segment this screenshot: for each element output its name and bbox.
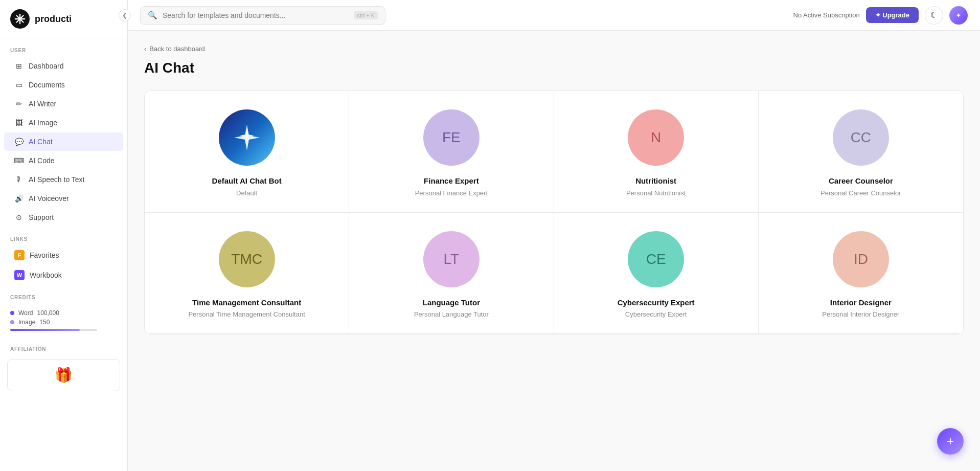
word-credit-value: 100,000 (37, 309, 59, 317)
topbar-right: No Active Subscription ✦ Upgrade ☾ ✦ (793, 6, 968, 25)
word-credit-row: Word 100,000 (10, 309, 117, 317)
card-default-bot[interactable]: Default AI Chat Bot Default (145, 91, 349, 213)
link-label: Workbook (30, 271, 62, 279)
sidebar-logo: producti (0, 0, 127, 38)
sidebar-item-label: AI Voiceover (29, 194, 69, 203)
app-logo-icon (10, 9, 30, 29)
sidebar-collapse-button[interactable]: ❮ (119, 9, 131, 21)
card-name-time-management: Time Management Consultant (192, 298, 301, 308)
card-finance-expert[interactable]: FE Finance Expert Personal Finance Exper… (349, 91, 554, 213)
credits-section-label: CREDITS (0, 285, 127, 303)
card-desc-time-management: Personal Time Management Consultant (188, 310, 305, 318)
image-credit-row: Image 150 (10, 319, 117, 326)
word-credit-dot (10, 311, 14, 315)
card-name-nutritionist: Nutritionist (635, 176, 676, 186)
sidebar-item-label: AI Image (29, 119, 57, 127)
card-avatar-time-management: TMC (219, 231, 275, 287)
cards-grid: Default AI Chat Bot Default FE Finance E… (144, 91, 964, 334)
profile-icon: ✦ (955, 11, 962, 19)
fab-button[interactable]: + (937, 428, 964, 455)
ai-voiceover-icon: 🔊 (14, 194, 24, 203)
ai-writer-icon: ✏ (14, 99, 24, 108)
credit-bar (10, 329, 80, 331)
credit-bar-container (10, 329, 97, 331)
word-credit-label: Word (18, 309, 33, 317)
sidebar-item-support[interactable]: ⊙ Support (4, 208, 123, 227)
image-credit-value: 150 (39, 319, 50, 326)
profile-button[interactable]: ✦ (949, 6, 968, 25)
sidebar-item-ai-writer[interactable]: ✏ AI Writer (4, 95, 123, 113)
sidebar-item-ai-speech[interactable]: 🎙 AI Speech to Text (4, 170, 123, 189)
affiliation-card: 🎁 (7, 359, 120, 391)
card-avatar-career-counselor: CC (833, 109, 889, 166)
sidebar-item-label: AI Speech to Text (29, 175, 84, 184)
favorites-badge: F (14, 250, 25, 260)
card-desc-finance-expert: Personal Finance Expert (415, 189, 488, 197)
back-chevron-icon: ‹ (144, 45, 146, 53)
documents-icon: ▭ (14, 80, 24, 89)
ai-chat-icon: 💬 (14, 137, 24, 146)
card-cybersecurity-expert[interactable]: CE Cybersecurity Expert Cybersecurity Ex… (554, 213, 759, 334)
back-link[interactable]: ‹ Back to dashboard (144, 45, 964, 53)
sidebar-item-label: AI Writer (29, 100, 56, 108)
plus-icon: + (947, 434, 954, 448)
links-section-label: LINKS (0, 227, 127, 245)
card-desc-cybersecurity-expert: Cybersecurity Expert (625, 310, 687, 318)
card-name-cybersecurity-expert: Cybersecurity Expert (618, 298, 695, 308)
ai-speech-icon: 🎙 (14, 175, 24, 184)
sidebar-nav: ⊞ Dashboard ▭ Documents ✏ AI Writer 🖼 AI… (0, 56, 127, 227)
theme-toggle-button[interactable]: ☾ (925, 6, 943, 25)
sidebar-item-ai-chat[interactable]: 💬 AI Chat (4, 132, 123, 151)
card-desc-default-bot: Default (236, 189, 257, 197)
sidebar: producti USER ⊞ Dashboard ▭ Documents ✏ … (0, 0, 128, 471)
card-avatar-interior-designer: ID (833, 231, 889, 287)
sidebar-item-ai-image[interactable]: 🖼 AI Image (4, 114, 123, 132)
sidebar-item-ai-code[interactable]: ⌨ AI Code (4, 151, 123, 170)
ai-image-icon: 🖼 (14, 118, 24, 127)
card-avatar-cybersecurity-expert: CE (628, 231, 684, 287)
sidebar-item-label: AI Code (29, 156, 55, 165)
topbar: 🔍 ctrl + K No Active Subscription ✦ Upgr… (128, 0, 980, 31)
card-desc-nutritionist: Personal Nutritionist (626, 189, 686, 197)
card-nutritionist[interactable]: N Nutritionist Personal Nutritionist (554, 91, 759, 213)
search-icon: 🔍 (148, 11, 157, 20)
affiliation-icon: 🎁 (55, 367, 73, 384)
image-credit-label: Image (18, 319, 35, 326)
search-input[interactable] (163, 11, 349, 19)
moon-icon: ☾ (930, 10, 938, 20)
card-name-interior-designer: Interior Designer (830, 298, 892, 308)
sidebar-links: F Favorites W Workbook (0, 245, 127, 285)
subscription-status: No Active Subscription (793, 11, 860, 19)
card-avatar-language-tutor: LT (423, 231, 480, 287)
ai-code-icon: ⌨ (14, 156, 24, 165)
sidebar-item-dashboard[interactable]: ⊞ Dashboard (4, 57, 123, 75)
card-desc-interior-designer: Personal Interior Designer (822, 310, 899, 318)
card-avatar-default-bot (219, 109, 275, 166)
workbook-badge: W (14, 270, 25, 280)
upgrade-button[interactable]: ✦ Upgrade (866, 7, 919, 23)
card-career-counselor[interactable]: CC Career Counselor Personal Career Coun… (759, 91, 963, 213)
sidebar-link-favorites[interactable]: F Favorites (4, 245, 123, 265)
link-label: Favorites (30, 251, 59, 259)
card-time-management[interactable]: TMC Time Management Consultant Personal … (145, 213, 349, 334)
sidebar-link-workbook[interactable]: W Workbook (4, 265, 123, 285)
dashboard-icon: ⊞ (14, 61, 24, 71)
card-interior-designer[interactable]: ID Interior Designer Personal Interior D… (759, 213, 963, 334)
card-name-language-tutor: Language Tutor (423, 298, 480, 308)
card-name-career-counselor: Career Counselor (829, 176, 893, 186)
card-desc-language-tutor: Personal Language Tutor (414, 310, 489, 318)
sidebar-item-label: Support (29, 213, 54, 221)
image-credit-dot (10, 320, 14, 324)
asterisk-icon (14, 13, 26, 25)
card-name-default-bot: Default AI Chat Bot (212, 176, 282, 186)
credits-section: Word 100,000 Image 150 (0, 303, 127, 337)
search-box[interactable]: 🔍 ctrl + K (140, 6, 385, 25)
main-area: 🔍 ctrl + K No Active Subscription ✦ Upgr… (128, 0, 980, 471)
user-section-label: USER (0, 38, 127, 56)
sparkle-icon (232, 122, 262, 153)
sidebar-item-documents[interactable]: ▭ Documents (4, 76, 123, 94)
sidebar-item-ai-voiceover[interactable]: 🔊 AI Voiceover (4, 189, 123, 208)
support-icon: ⊙ (14, 213, 24, 222)
card-language-tutor[interactable]: LT Language Tutor Personal Language Tuto… (349, 213, 554, 334)
back-link-text: Back to dashboard (149, 45, 204, 53)
